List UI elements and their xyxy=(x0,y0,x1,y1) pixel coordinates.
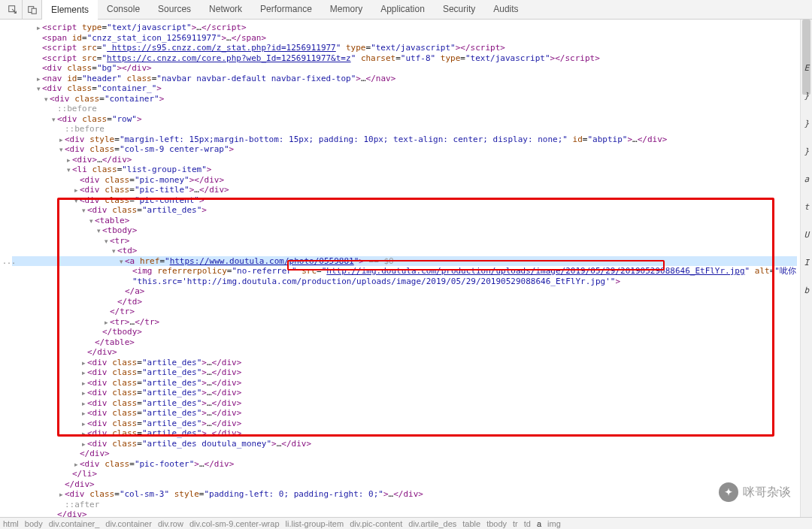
toggle-icon[interactable]: ▾ xyxy=(117,257,125,268)
dom-tree-line[interactable]: ::before xyxy=(12,104,797,114)
dom-tree-line[interactable]: ▸<nav id="header" class="navbar navbar-d… xyxy=(12,74,797,84)
dom-tree-panel[interactable]: ... ▸<script type="text/javascript">…</s… xyxy=(0,20,797,517)
dom-tree-line[interactable]: ▾<table> xyxy=(12,216,797,226)
toggle-icon[interactable]: ▾ xyxy=(87,216,95,227)
toggle-icon[interactable]: ▸ xyxy=(80,399,87,410)
dom-tree-line[interactable]: ▸<div class="col-sm-3" style="padding-le… xyxy=(12,489,797,500)
dom-tree-line[interactable]: ▸<tr>…</tr> xyxy=(12,317,797,328)
dom-tree-line[interactable]: </td> xyxy=(12,297,797,307)
toggle-icon[interactable]: ▸ xyxy=(80,419,87,430)
dom-tree-line[interactable]: </tbody> xyxy=(12,327,797,337)
dom-tree-line[interactable]: ▸<div class="artile_des">…</div> xyxy=(12,388,797,398)
breadcrumb-item[interactable]: html xyxy=(3,519,19,528)
dom-tree-line[interactable]: <span id="cnzz_stat_icon_1256911977">…</… xyxy=(12,33,797,44)
dom-tree-line[interactable]: </a> xyxy=(12,286,797,297)
toggle-icon[interactable]: ▸ xyxy=(80,368,87,379)
toggle-icon[interactable]: ▸ xyxy=(80,440,87,450)
toggle-icon[interactable]: ▸ xyxy=(102,318,110,328)
dom-tree-line[interactable]: ▸<div class="pic-title">…</div> xyxy=(12,185,797,195)
dom-tree-line[interactable]: ::before xyxy=(12,124,797,135)
dom-tree-line[interactable]: ▾<div class="artile_des"> xyxy=(12,205,797,216)
toggle-icon[interactable]: ▾ xyxy=(42,95,50,105)
dom-tree-line[interactable]: ▸<div style="margin-left: 15px;margin-bo… xyxy=(12,135,797,145)
dom-tree-line[interactable]: </div> xyxy=(12,449,797,459)
toggle-icon[interactable]: ▸ xyxy=(35,23,42,34)
breadcrumb-item[interactable]: table xyxy=(462,519,480,528)
tab-elements[interactable]: Elements xyxy=(42,0,98,20)
toggle-icon[interactable]: ▸ xyxy=(57,135,65,146)
breadcrumb-item[interactable]: div.col-sm-9.center-wrap xyxy=(189,519,280,528)
dom-tree-line[interactable]: ▸<div class="artile_des doutula_money">…… xyxy=(12,439,797,449)
dom-tree-line[interactable]: ▾<div class="pic-content"> xyxy=(12,195,797,206)
breadcrumb-item[interactable]: div.container_ xyxy=(49,519,100,528)
dom-tree-line[interactable]: ▾<li class="list-group-item"> xyxy=(12,165,797,175)
breadcrumb-item[interactable]: div.artile_des xyxy=(408,519,456,528)
toggle-icon[interactable]: ▾ xyxy=(72,196,80,207)
dom-tree-line[interactable]: </li> xyxy=(12,469,797,479)
dom-tree-line[interactable]: </tr> xyxy=(12,307,797,317)
breadcrumb-item[interactable]: tr xyxy=(513,519,518,528)
toggle-icon[interactable]: ▾ xyxy=(35,84,42,95)
dom-tree-line[interactable]: ▸<div class="artile_des">…</div> xyxy=(12,428,797,439)
dom-tree-line[interactable]: ▸<div class="artile_des">…</div> xyxy=(12,398,797,409)
dom-tree-line[interactable]: ▸<div class="artile_des">…</div> xyxy=(12,419,797,429)
dom-tree-line[interactable]: </div> xyxy=(12,347,797,358)
toggle-icon[interactable]: ▸ xyxy=(80,379,87,389)
dom-tree-line[interactable]: <div class="pic-money"></div> xyxy=(12,175,797,186)
breadcrumb-item[interactable]: div.container xyxy=(105,519,152,528)
breadcrumb-item[interactable]: li.list-group-item xyxy=(286,519,344,528)
toggle-icon[interactable]: ▾ xyxy=(50,115,57,125)
tab-network[interactable]: Network xyxy=(200,0,251,20)
dom-tree-line[interactable]: ▾<a href="https://www.doutula.com/photo/… xyxy=(12,256,797,267)
dom-tree-line[interactable]: ▾<div class="col-sm-9 center-wrap"> xyxy=(12,144,797,155)
dom-tree-line[interactable]: ▾<tbody> xyxy=(12,225,797,236)
tab-application[interactable]: Application xyxy=(371,0,434,20)
toggle-icon[interactable]: ▸ xyxy=(72,186,80,196)
breadcrumb-item[interactable]: div.row xyxy=(158,519,183,528)
dom-tree-line[interactable]: ▾<tr> xyxy=(12,236,797,246)
toggle-icon[interactable]: ▾ xyxy=(57,145,65,156)
breadcrumb-item[interactable]: img xyxy=(547,519,561,528)
dom-tree-line[interactable]: ▸<div class="artile_des">…</div> xyxy=(12,408,797,419)
dom-tree-line[interactable]: <script src=" https://s95.cnzz.com/z_sta… xyxy=(12,43,797,53)
toggle-icon[interactable]: ▸ xyxy=(35,74,42,85)
dom-tree-line[interactable]: ▾<div class="container"> xyxy=(12,94,797,104)
dom-tree-line[interactable]: </table> xyxy=(12,337,797,348)
toggle-icon[interactable]: ▾ xyxy=(80,206,87,216)
inspect-icon[interactable] xyxy=(3,0,23,20)
breadcrumb-item[interactable]: body xyxy=(25,519,43,528)
tab-sources[interactable]: Sources xyxy=(149,0,200,20)
toggle-icon[interactable]: ▸ xyxy=(80,388,87,399)
dom-tree-line[interactable]: ▸<div class="artile_des">…</div> xyxy=(12,378,797,388)
dom-tree-line[interactable]: <script src="https://c.cnzz.com/core.php… xyxy=(12,53,797,64)
dom-tree-line[interactable]: ▸<div class="artile_des">…</div> xyxy=(12,367,797,378)
toggle-icon[interactable]: ▸ xyxy=(57,490,65,500)
tab-audits[interactable]: Audits xyxy=(484,0,527,20)
toggle-icon[interactable]: ▸ xyxy=(72,460,80,470)
toggle-icon[interactable]: ▾ xyxy=(102,237,110,247)
device-toggle-icon[interactable] xyxy=(23,0,42,20)
dom-tree-line[interactable]: ▾<div class="container_"> xyxy=(12,83,797,94)
toggle-icon[interactable]: ▾ xyxy=(110,246,117,257)
tab-console[interactable]: Console xyxy=(98,0,149,20)
dom-tree-line[interactable]: <div class="bg"></div> xyxy=(12,63,797,74)
dom-tree-line[interactable]: ::after xyxy=(12,500,797,510)
dom-tree-line[interactable]: </div> xyxy=(12,479,797,490)
toggle-icon[interactable]: ▸ xyxy=(80,358,87,369)
toggle-icon[interactable]: ▸ xyxy=(80,409,87,419)
dom-tree-line[interactable]: "this.src='http://img.doutula.com/produc… xyxy=(12,277,797,287)
breadcrumb-trail[interactable]: htmlbodydiv.container_div.containerdiv.r… xyxy=(0,517,812,529)
dom-tree-line[interactable]: ▸<div>…</div> xyxy=(12,155,797,165)
breadcrumb-item[interactable]: tbody xyxy=(486,519,507,528)
toggle-icon[interactable]: ▾ xyxy=(95,226,102,237)
dom-tree-line[interactable]: ▸<script type="text/javascript">…</scrip… xyxy=(12,23,797,33)
dom-tree-line[interactable]: ▸<div class="artile_des">…</div> xyxy=(12,358,797,368)
breadcrumb-item[interactable]: a xyxy=(537,519,541,528)
tab-security[interactable]: Security xyxy=(434,0,484,20)
toggle-icon[interactable]: ▾ xyxy=(65,165,72,176)
breadcrumb-item[interactable]: td xyxy=(524,519,531,528)
dom-tree-line[interactable]: ▾<div class="row"> xyxy=(12,114,797,125)
toggle-icon[interactable]: ▸ xyxy=(80,429,87,440)
dom-tree-line[interactable]: </div> xyxy=(12,509,797,517)
tab-performance[interactable]: Performance xyxy=(251,0,321,20)
